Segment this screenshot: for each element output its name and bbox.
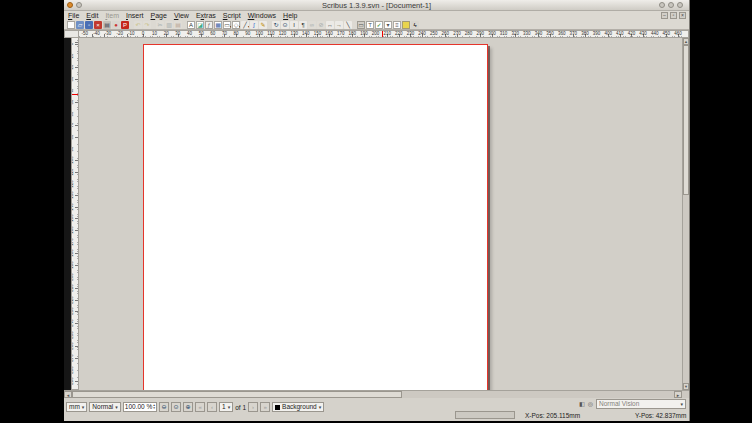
horizontal-ruler[interactable]: -50-40-30-20-100102030405060708090100110…: [79, 30, 689, 38]
canvas[interactable]: [79, 38, 682, 390]
copy-item-properties-button[interactable]: →: [335, 21, 343, 29]
horizontal-scroll-thumb[interactable]: [72, 391, 402, 398]
ruler-tick-label: 210: [381, 31, 393, 36]
copy-button[interactable]: ▥: [165, 21, 173, 29]
ruler-origin-corner[interactable]: [64, 30, 79, 38]
ruler-tick-label: 460: [672, 31, 684, 36]
insert-table-icon: ▦: [215, 22, 221, 28]
ruler-tick-label: 110: [265, 31, 277, 36]
ruler-tick-label: 90: [71, 143, 74, 155]
measurements-button[interactable]: ↔: [326, 21, 334, 29]
insert-bezier-curve-icon: ʃ: [253, 22, 254, 28]
insert-text-frame-button[interactable]: A: [187, 21, 195, 29]
insert-image-frame-button[interactable]: ◪: [196, 21, 204, 29]
pdf-combo-box-button[interactable]: ▾: [384, 21, 392, 29]
maximize-button[interactable]: [668, 2, 674, 8]
menu-script[interactable]: Script: [223, 11, 241, 21]
preflight-verifier-icon: ●: [114, 22, 118, 28]
edit-text-story-editor-button[interactable]: ¶: [299, 21, 307, 29]
edit-contents-button[interactable]: I: [290, 21, 298, 29]
ruler-tick-label: 200: [370, 31, 382, 36]
menu-file[interactable]: File: [68, 11, 79, 21]
insert-table-button[interactable]: ▦: [214, 21, 222, 29]
new-document-button[interactable]: [67, 21, 75, 29]
close-document-button[interactable]: ×: [94, 21, 102, 29]
minimize-button[interactable]: [659, 2, 665, 8]
menu-edit[interactable]: Edit: [86, 11, 98, 21]
ruler-tick-label: 110: [71, 166, 74, 178]
main-area: 0102030405060708090100110120130140150160…: [64, 38, 689, 390]
open-document-icon: ▱: [78, 22, 83, 28]
ypos-label: Y-Pos:: [635, 412, 654, 419]
scroll-left-button[interactable]: ◂: [64, 391, 72, 398]
ruler-row: -50-40-30-20-100102030405060708090100110…: [64, 30, 689, 38]
horizontal-scrollbar[interactable]: ◂ ▸: [64, 390, 689, 398]
rotate-item-button[interactable]: ↻: [272, 21, 280, 29]
document-page[interactable]: [143, 44, 488, 390]
pdf-list-box-button[interactable]: ≡: [393, 21, 401, 29]
vertical-scrollbar[interactable]: ▲ ▼: [682, 38, 689, 390]
menu-help[interactable]: Help: [283, 11, 297, 21]
ruler-tick-label: 80: [230, 31, 242, 36]
pdf-text-annotation-button[interactable]: [402, 21, 410, 29]
ruler-tick-label: 250: [428, 31, 440, 36]
pdf-text-field-icon: T: [368, 22, 372, 28]
ruler-tick-label: 320: [509, 31, 521, 36]
insert-shape-button[interactable]: ▭▾: [223, 21, 231, 29]
insert-freehand-line-button[interactable]: ✎: [259, 21, 267, 29]
ruler-tick-label: 140: [300, 31, 312, 36]
scroll-up-button[interactable]: ▲: [683, 38, 689, 45]
insert-polygon-button[interactable]: ◇▾: [232, 21, 240, 29]
cut-button[interactable]: ✂: [156, 21, 164, 29]
mdi-minimize-button[interactable]: –: [661, 12, 668, 19]
ruler-tick-label: -40: [90, 31, 102, 36]
insert-shape-icon: ▭: [224, 22, 230, 28]
menu-extras[interactable]: Extras: [196, 11, 216, 21]
window-title: Scribus 1.3.9.svn - [Document-1]: [64, 0, 689, 11]
insert-bezier-curve-button[interactable]: ʃ: [250, 21, 258, 29]
paste-button[interactable]: ▤: [174, 21, 182, 29]
pdf-link-annotation-button[interactable]: ϟ: [411, 21, 419, 29]
menu-page[interactable]: Page: [151, 11, 167, 21]
undo-button[interactable]: ↶: [134, 21, 142, 29]
ruler-tick-label: 120: [277, 31, 289, 36]
scroll-down-button[interactable]: ▼: [683, 383, 689, 390]
link-text-frames-button[interactable]: ∞: [308, 21, 316, 29]
mdi-close-button[interactable]: ×: [679, 12, 686, 19]
vertical-scroll-thumb[interactable]: [683, 45, 689, 195]
menu-item[interactable]: Item: [105, 11, 119, 21]
insert-line-button[interactable]: ╱▾: [241, 21, 249, 29]
rotate-item-icon: ↻: [273, 22, 278, 28]
edit-contents-icon: I: [293, 22, 295, 28]
pdf-check-box-button[interactable]: ✓: [375, 21, 383, 29]
pdf-push-button-button[interactable]: ▭: [357, 21, 365, 29]
ruler-tick-label: 410: [614, 31, 626, 36]
save-as-pdf-button[interactable]: P: [121, 21, 129, 29]
close-button[interactable]: [677, 2, 683, 8]
ruler-tick-label: 70: [71, 119, 74, 131]
scroll-right-button[interactable]: ▸: [674, 391, 682, 398]
print-document-button[interactable]: ▤: [103, 21, 111, 29]
edit-text-story-editor-icon: ¶: [301, 22, 304, 28]
xpos-label: X-Pos:: [525, 412, 545, 419]
mdi-restore-button[interactable]: ▫: [670, 12, 677, 19]
vision-select[interactable]: Normal Vision▾: [596, 399, 686, 409]
unlink-text-frames-icon: ⊘: [318, 22, 323, 28]
eye-dropper-button[interactable]: ╲: [344, 21, 352, 29]
vertical-ruler[interactable]: 0102030405060708090100110120130140150160…: [71, 38, 79, 390]
save-document-button[interactable]: ▫: [85, 21, 93, 29]
menu-windows[interactable]: Windows: [248, 11, 276, 21]
pdf-text-field-button[interactable]: T: [366, 21, 374, 29]
ruler-tick-label: 350: [544, 31, 556, 36]
menu-view[interactable]: View: [174, 11, 189, 21]
color-management-icon[interactable]: ◧: [579, 400, 585, 408]
open-document-button[interactable]: ▱: [76, 21, 84, 29]
preflight-verifier-button[interactable]: ●: [112, 21, 120, 29]
zoom-tool-button[interactable]: ⊙: [281, 21, 289, 29]
redo-button[interactable]: ↷: [143, 21, 151, 29]
menu-insert[interactable]: Insert: [126, 11, 144, 21]
unlink-text-frames-button[interactable]: ⊘: [317, 21, 325, 29]
preview-mode-icon[interactable]: ◎: [588, 400, 593, 408]
insert-render-frame-button[interactable]: ƒ: [205, 21, 213, 29]
ruler-tick-label: 200: [71, 271, 74, 283]
